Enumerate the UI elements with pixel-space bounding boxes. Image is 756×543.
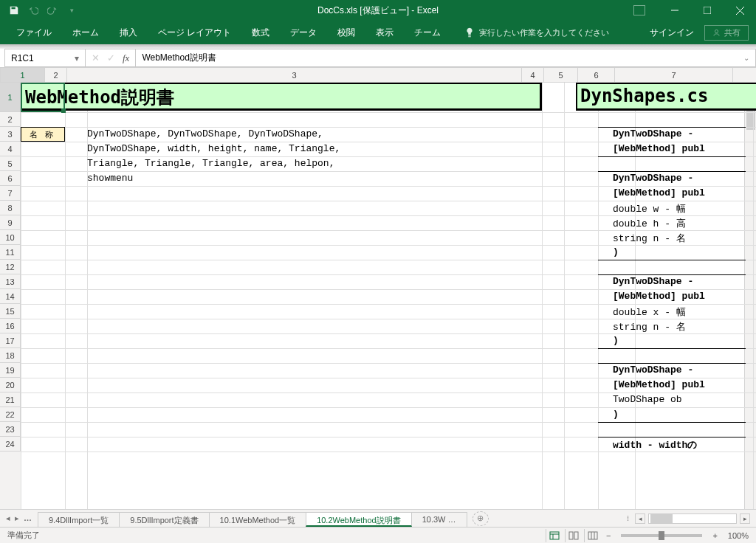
row-header[interactable]: 2 bbox=[0, 112, 21, 127]
sheet-tab[interactable]: 9.4DllImport一覧 bbox=[38, 512, 120, 527]
ribbon-tab-5[interactable]: データ bbox=[280, 21, 327, 44]
ribbon-tab-4[interactable]: 数式 bbox=[241, 21, 280, 44]
zoom-slider[interactable] bbox=[621, 534, 702, 537]
qat-dropdown-icon[interactable]: ▾ bbox=[63, 2, 80, 18]
code-text[interactable]: string n - 名 bbox=[613, 232, 686, 245]
row-header[interactable]: 1 bbox=[0, 83, 21, 112]
code-text[interactable]: width - widthの bbox=[613, 438, 697, 452]
normal-view-icon[interactable] bbox=[546, 529, 563, 542]
row-header[interactable]: 20 bbox=[0, 378, 21, 392]
sheet-tab[interactable]: 10.2WebMethod説明書 bbox=[306, 512, 412, 527]
sheet-tab[interactable]: 10.1WebMethod一覧 bbox=[209, 512, 307, 527]
row-header[interactable]: 11 bbox=[0, 245, 21, 260]
code-text[interactable]: DynTwoDShape - bbox=[613, 128, 693, 139]
code-text[interactable]: [WebMethod] publ bbox=[613, 143, 705, 154]
zoom-slider-knob[interactable] bbox=[659, 531, 664, 540]
chevron-down-icon[interactable]: ▾ bbox=[75, 53, 79, 63]
column-header[interactable]: 6 bbox=[578, 68, 615, 83]
row-header[interactable]: 7 bbox=[0, 186, 21, 201]
row-header[interactable]: 23 bbox=[0, 422, 21, 437]
zoom-out-button[interactable]: − bbox=[603, 531, 614, 540]
undo-icon[interactable] bbox=[25, 2, 41, 18]
code-text[interactable]: ) bbox=[613, 246, 619, 257]
zoom-in-button[interactable]: + bbox=[709, 531, 720, 540]
row-header[interactable]: 12 bbox=[0, 260, 21, 274]
code-text[interactable]: double x - 幅 bbox=[613, 305, 686, 319]
sheet-title-right[interactable]: DynShapes.cs bbox=[576, 83, 756, 111]
row-header[interactable]: 3 bbox=[0, 127, 21, 142]
column-header[interactable]: 3 bbox=[67, 68, 522, 83]
column-header[interactable]: 1 bbox=[1, 68, 45, 83]
signin-link[interactable]: サインイン bbox=[650, 27, 694, 39]
body-text[interactable]: Triangle, Triangle, Triangle, area, help… bbox=[87, 158, 334, 169]
ribbon-tab-3[interactable]: ページ レイアウト bbox=[148, 21, 241, 44]
close-button[interactable] bbox=[724, 0, 756, 21]
row-header[interactable]: 16 bbox=[0, 319, 21, 333]
zoom-level[interactable]: 100% bbox=[728, 531, 749, 540]
column-header[interactable]: 7 bbox=[615, 68, 733, 83]
code-text[interactable]: [WebMethod] publ bbox=[613, 291, 705, 302]
row-header[interactable]: 15 bbox=[0, 304, 21, 319]
row-header[interactable]: 9 bbox=[0, 215, 21, 230]
column-header[interactable]: 4 bbox=[522, 68, 544, 83]
cancel-formula-icon[interactable]: ✕ bbox=[92, 52, 100, 63]
share-button[interactable]: 共有 bbox=[704, 25, 749, 41]
row-header[interactable]: 4 bbox=[0, 142, 21, 156]
row-header[interactable]: 19 bbox=[0, 363, 21, 378]
maximize-button[interactable] bbox=[691, 0, 724, 21]
code-text[interactable]: TwoDShape ob bbox=[613, 394, 682, 405]
code-text[interactable]: DynTwoDShape - bbox=[613, 173, 693, 184]
vertical-scrollbar[interactable] bbox=[744, 83, 756, 509]
ribbon-tab-1[interactable]: ホーム bbox=[62, 21, 109, 44]
body-text[interactable]: DynTwoDShape, DynTwoDShape, DynTwoDShape… bbox=[87, 128, 323, 139]
row-header[interactable]: 21 bbox=[0, 392, 21, 407]
body-text[interactable]: showmenu bbox=[87, 173, 133, 184]
name-box[interactable]: R1C1 ▾ bbox=[4, 49, 86, 67]
label-cell[interactable]: 名 称 bbox=[21, 127, 65, 142]
code-text[interactable]: DynTwoDShape - bbox=[613, 276, 693, 287]
page-break-view-icon[interactable] bbox=[584, 529, 602, 542]
enter-formula-icon[interactable]: ✓ bbox=[107, 52, 115, 63]
worksheet-grid[interactable]: 12345678 1234567891011121314151617181920… bbox=[0, 68, 756, 509]
ribbon-display-options[interactable] bbox=[633, 5, 645, 15]
ribbon-tab-7[interactable]: 表示 bbox=[365, 21, 404, 44]
column-header[interactable]: 8 bbox=[733, 68, 756, 83]
ribbon-tab-8[interactable]: チーム bbox=[404, 21, 451, 44]
sheet-nav-next-icon[interactable]: ▸ bbox=[15, 513, 19, 523]
ribbon-tab-0[interactable]: ファイル bbox=[6, 21, 62, 44]
ribbon-tab-2[interactable]: 挿入 bbox=[109, 21, 148, 44]
code-text[interactable]: string n - 名 bbox=[613, 320, 686, 333]
page-layout-view-icon[interactable] bbox=[565, 529, 583, 542]
expand-formula-bar-icon[interactable]: ⌄ bbox=[743, 54, 749, 62]
ribbon-tab-6[interactable]: 校閲 bbox=[327, 21, 365, 44]
hscroll-right-icon[interactable]: ▸ bbox=[740, 513, 750, 524]
row-header[interactable]: 18 bbox=[0, 348, 21, 363]
sheet-title-left[interactable]: WebMethod説明書 bbox=[21, 83, 542, 111]
code-text[interactable]: ) bbox=[613, 335, 619, 346]
code-text[interactable]: double w - 幅 bbox=[613, 202, 686, 215]
formula-input[interactable]: WebMethod説明書 ⌄ bbox=[135, 49, 756, 67]
code-text[interactable]: DynTwoDShape - bbox=[613, 364, 693, 376]
code-text[interactable]: double h - 高 bbox=[613, 217, 686, 230]
row-header[interactable]: 8 bbox=[0, 201, 21, 215]
select-all-button[interactable] bbox=[0, 68, 1, 83]
code-text[interactable]: [WebMethod] publ bbox=[613, 379, 705, 390]
column-header[interactable]: 2 bbox=[45, 68, 67, 83]
new-sheet-button[interactable]: ⊕ bbox=[472, 511, 489, 526]
row-header[interactable]: 10 bbox=[0, 230, 21, 245]
horizontal-scrollbar[interactable] bbox=[648, 513, 737, 524]
insert-function-button[interactable]: fx bbox=[123, 52, 129, 64]
row-header[interactable]: 13 bbox=[0, 274, 21, 289]
minimize-button[interactable] bbox=[659, 0, 691, 21]
redo-icon[interactable] bbox=[44, 2, 61, 18]
tell-me-search[interactable]: 実行したい作業を入力してください bbox=[451, 27, 609, 38]
row-header[interactable]: 17 bbox=[0, 333, 21, 348]
save-icon[interactable] bbox=[6, 2, 22, 18]
sheet-tab[interactable]: 10.3W … bbox=[411, 512, 467, 527]
scrollbar-thumb[interactable] bbox=[650, 514, 673, 523]
code-text[interactable]: [WebMethod] publ bbox=[613, 187, 705, 198]
sheet-nav-first-icon[interactable]: ◂ bbox=[6, 513, 10, 523]
sheet-tab[interactable]: 9.5DllImport定義書 bbox=[119, 512, 209, 527]
row-header[interactable]: 6 bbox=[0, 171, 21, 186]
sheet-nav-more-icon[interactable]: … bbox=[24, 513, 32, 523]
